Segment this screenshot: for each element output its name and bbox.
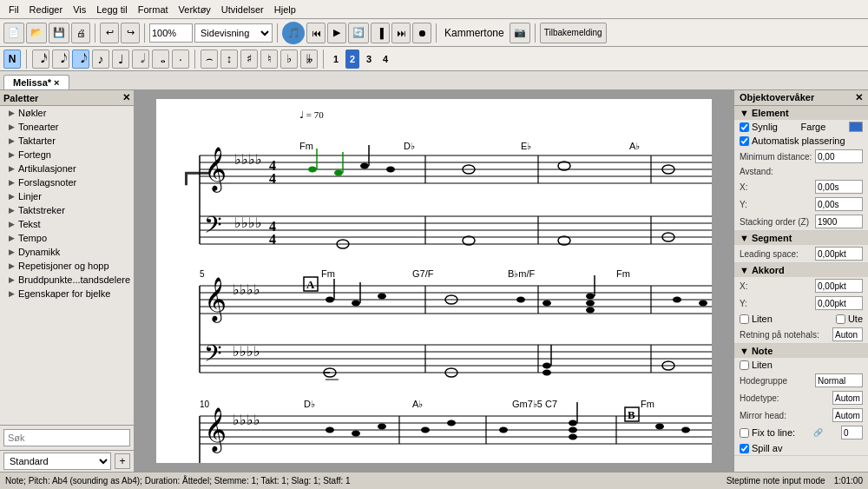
properties-close-icon[interactable]: ✕: [855, 92, 863, 103]
palette-taktstreker[interactable]: ▶Taktstreker: [0, 203, 134, 217]
chord-fm-4: Fm: [641, 399, 654, 409]
16th-note-button[interactable]: 𝅘𝅥𝅮: [72, 50, 89, 69]
palette-forslagsnoter[interactable]: ▶Forslagsnoter: [0, 175, 134, 189]
play-end-button[interactable]: ⏭: [391, 23, 411, 43]
note-small-checkbox[interactable]: [740, 360, 749, 370]
palette-close-icon[interactable]: ✕: [122, 92, 130, 103]
auto-place-check[interactable]: Automatisk plassering: [740, 135, 845, 146]
menu-rediger[interactable]: Rediger: [24, 3, 69, 17]
auto-place-checkbox[interactable]: [740, 136, 749, 146]
print-button[interactable]: 🖨: [71, 23, 90, 43]
tuner-button[interactable]: 🎵: [282, 22, 305, 44]
menu-vis[interactable]: Vis: [68, 3, 91, 17]
leading-space-input[interactable]: [815, 247, 863, 261]
note-section-header[interactable]: ▼ Note: [734, 344, 868, 358]
tie-button[interactable]: ⌢: [201, 50, 218, 69]
play-check[interactable]: Spill av: [740, 443, 782, 453]
palette-search-input[interactable]: [3, 429, 130, 446]
palette-linjer[interactable]: ▶Linjer: [0, 189, 134, 203]
segment-section-header[interactable]: ▼ Segment: [734, 231, 868, 245]
fix-to-line-check[interactable]: Fix to line:: [740, 427, 795, 438]
fix-to-line-checkbox[interactable]: [740, 428, 749, 438]
palette-style-select[interactable]: Standard: [3, 453, 111, 470]
chord-small-checkbox[interactable]: [740, 314, 749, 324]
8th-note-button[interactable]: ♪: [92, 50, 109, 69]
32nd-note-button[interactable]: 𝅘𝅥𝅮: [52, 50, 69, 69]
palette-egenskaper[interactable]: ▶Egenskaper for bjelke: [0, 287, 134, 301]
menu-legg-til[interactable]: Legg til: [91, 3, 132, 17]
quarter-note-button[interactable]: ♩: [112, 50, 129, 69]
sharp-button[interactable]: ♯: [240, 50, 258, 69]
element-section-header[interactable]: ▼ Element: [734, 106, 868, 120]
palette-add-button[interactable]: +: [115, 453, 130, 469]
open-button[interactable]: 📂: [26, 23, 47, 43]
visible-checkbox[interactable]: [740, 122, 749, 132]
palette-artikulasjoner[interactable]: ▶Artikulasjoner: [0, 162, 134, 175]
y-input[interactable]: [815, 197, 863, 211]
note-input-button[interactable]: N: [3, 50, 21, 69]
palette-repetisjoner[interactable]: ▶Repetisjoner og hopp: [0, 259, 134, 273]
chord-outside-check[interactable]: Ute: [836, 314, 863, 324]
double-flat-button[interactable]: 𝄫: [300, 50, 318, 69]
dot-button[interactable]: ·: [172, 50, 189, 69]
mirror-head-input[interactable]: [832, 408, 863, 422]
flip-button[interactable]: ↕: [220, 50, 238, 69]
palette-taktarter[interactable]: ▶Taktarter: [0, 134, 134, 148]
head-group-input[interactable]: [815, 373, 863, 387]
view-mode-select[interactable]: Sidevisning: [194, 23, 273, 43]
new-button[interactable]: 📄: [3, 23, 24, 43]
save-button[interactable]: 💾: [49, 23, 69, 43]
play-start-button[interactable]: ⏮: [306, 23, 326, 43]
time-text: 1:01:00: [834, 476, 863, 486]
palette-tempo[interactable]: ▶Tempo: [0, 231, 134, 245]
direction-input[interactable]: [832, 327, 863, 341]
voice-3-button[interactable]: 3: [362, 50, 376, 69]
record-button[interactable]: ⏺: [412, 23, 431, 43]
whole-note-button[interactable]: 𝅝: [152, 50, 169, 69]
chord-section: ▼ Akkord X: Y: Liten Ute: [734, 263, 868, 344]
x-input[interactable]: [815, 180, 863, 194]
zoom-input[interactable]: [149, 23, 193, 43]
play-checkbox[interactable]: [740, 444, 749, 453]
64th-note-button[interactable]: 𝅘𝅥𝅯: [32, 50, 49, 69]
voice-2-button[interactable]: 2: [345, 50, 359, 69]
palette-fortegn[interactable]: ▶Fortegn: [0, 148, 134, 162]
play-button[interactable]: ▶: [327, 23, 346, 43]
menu-fil[interactable]: Fil: [3, 3, 24, 17]
menu-format[interactable]: Format: [133, 3, 174, 17]
chord-y-input[interactable]: [815, 296, 863, 310]
voice-1-button[interactable]: 1: [329, 50, 343, 69]
color-swatch[interactable]: [849, 122, 863, 132]
head-type-input[interactable]: [832, 391, 863, 405]
chord-outside-checkbox[interactable]: [836, 314, 845, 324]
palette-tonearter[interactable]: ▶Tonearter: [0, 120, 134, 134]
menu-utvidelser[interactable]: Utvidelser: [216, 3, 269, 17]
loop-button[interactable]: 🔄: [348, 23, 369, 43]
redo-button[interactable]: ↪: [121, 23, 140, 43]
chord-x-input[interactable]: [815, 279, 863, 293]
fix-to-line-input[interactable]: [841, 426, 863, 439]
undo-button[interactable]: ↩: [100, 23, 119, 43]
tab-melissa[interactable]: Melissa* ×: [3, 75, 69, 89]
chord-section-header[interactable]: ▼ Akkord: [734, 263, 868, 277]
visible-check[interactable]: Synlig: [740, 122, 778, 132]
palette-nokler[interactable]: ▶Nøkler: [0, 106, 134, 120]
feedback-button[interactable]: Tilbakemelding: [540, 23, 607, 43]
camera-button[interactable]: 📷: [510, 23, 530, 43]
palette-tekst[interactable]: ▶Tekst: [0, 217, 134, 231]
natural-button[interactable]: ♮: [260, 50, 278, 69]
metro-left-button[interactable]: ▐: [371, 23, 390, 43]
menu-hjelp[interactable]: Hjelp: [269, 3, 301, 17]
score-area[interactable]: ♩ = 70 ⌐ 𝄞 ♭♭♭♭: [135, 90, 733, 472]
note-small-check[interactable]: Liten: [740, 360, 773, 370]
sep1: [95, 23, 95, 43]
min-distance-input[interactable]: [815, 149, 863, 163]
menu-verktoy[interactable]: Verktøy: [174, 3, 216, 17]
palette-dynamikk[interactable]: ▶Dynamikk: [0, 245, 134, 259]
palette-bruddpunkte[interactable]: ▶Bruddpunkte...tandsdelere: [0, 273, 134, 287]
flat-button[interactable]: ♭: [280, 50, 298, 69]
half-note-button[interactable]: 𝅗𝅥: [132, 50, 149, 69]
stacking-input[interactable]: [815, 215, 863, 228]
chord-small-check[interactable]: Liten: [740, 314, 773, 324]
voice-4-button[interactable]: 4: [378, 50, 392, 69]
